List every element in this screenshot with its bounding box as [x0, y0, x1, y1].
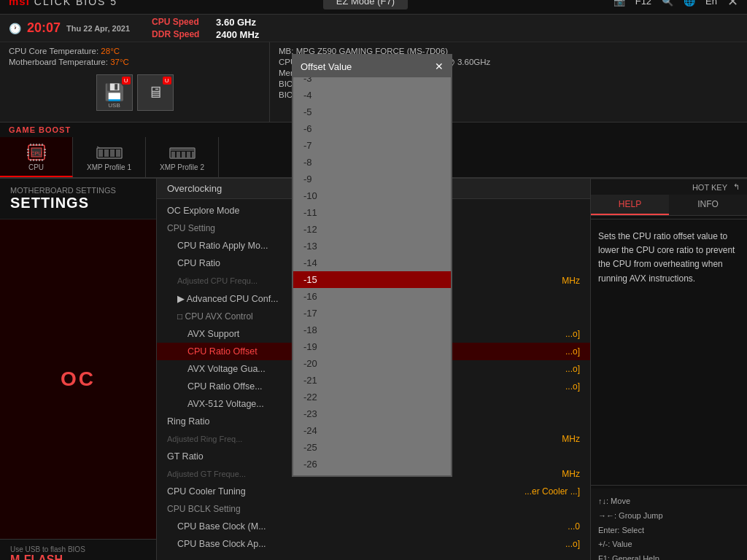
modal-item[interactable]: -21 — [293, 372, 451, 389]
ddr-speed-label: DDR Speed — [152, 29, 210, 39]
key-value: +/-: Value — [598, 537, 740, 552]
usb-flash-label: Use USB to flash BIOS — [10, 545, 146, 553]
usb-icon: 💾 — [104, 83, 124, 102]
oc-item-value: ...o] — [565, 381, 580, 392]
modal-close-button[interactable]: ✕ — [435, 61, 444, 72]
modal-item[interactable]: -4 — [293, 87, 451, 104]
lang-label[interactable]: En — [705, 0, 717, 7]
offset-value-modal: Offset Value ✕ Auto0-1-2-3-4-5-6-7-8-9-1… — [292, 54, 452, 477]
oc-item[interactable]: CPU Base Clock Ap......o] — [157, 535, 590, 553]
modal-item[interactable]: -10 — [293, 187, 451, 204]
oc-item[interactable]: CPU Base Clock (M......0 — [157, 518, 590, 535]
xmp2-boost-icon — [168, 141, 197, 163]
modal-item[interactable]: -24 — [293, 422, 451, 439]
oc-item-label: AVX-512 Voltage... — [187, 399, 264, 409]
modal-item[interactable]: -16 — [293, 288, 451, 305]
usb-label: USB — [108, 102, 120, 109]
tab-help[interactable]: HELP — [591, 195, 669, 215]
search-icon[interactable]: 🔍 — [662, 0, 673, 7]
modal-item[interactable]: -12 — [293, 221, 451, 238]
svg-rect-28 — [177, 152, 180, 158]
key-legend-divider — [591, 485, 747, 486]
ddr-speed-row: DDR Speed 2400 MHz — [152, 29, 259, 40]
oc-item-label: Adjusted CPU Frequ... — [177, 276, 258, 285]
modal-item[interactable]: -9 — [293, 171, 451, 187]
modal-item[interactable]: -13 — [293, 238, 451, 254]
modal-item[interactable]: -19 — [293, 338, 451, 355]
usb-badge: U — [122, 77, 131, 85]
lang-icon[interactable]: 🌐 — [684, 0, 695, 7]
screenshot-icon[interactable]: 📷 — [614, 0, 625, 7]
sys-info-left: CPU Core Temperature: 28°C Motherboard T… — [0, 42, 270, 122]
oc-item-label: CPU Cooler Tuning — [167, 486, 246, 497]
modal-item[interactable]: -14 — [293, 254, 451, 271]
modal-item[interactable]: -3 — [293, 77, 451, 87]
usb-flash[interactable]: Use USB to flash BIOS M-FLASH — [0, 539, 156, 560]
close-icon[interactable]: ✕ — [727, 0, 738, 9]
oc-item-value: ...0 — [568, 521, 580, 532]
clock-widget: 🕐 20:07 Thu 22 Apr, 2021 — [9, 20, 130, 36]
mb-temp-value: 37°C — [110, 58, 129, 66]
modal-item[interactable]: -26 — [293, 456, 451, 472]
oc-item-value: ...o] — [565, 346, 580, 357]
modal-header: Offset Value ✕ — [293, 55, 451, 77]
oc-item-label: Adjusted Ring Freq... — [167, 435, 242, 443]
oc-item-label: CPU Ratio — [177, 258, 220, 268]
oc-item-label: CPU Ratio Offse... — [187, 381, 263, 392]
svg-rect-27 — [171, 152, 175, 158]
svg-rect-22 — [110, 149, 115, 157]
game-boost-xmp1[interactable]: XMP Profile 1 — [73, 137, 146, 177]
modal-body[interactable]: Auto0-1-2-3-4-5-6-7-8-9-10-11-12-13-14-1… — [293, 77, 451, 475]
svg-rect-30 — [187, 152, 190, 158]
svg-rect-21 — [104, 149, 109, 157]
modal-item[interactable]: -15 — [293, 271, 451, 288]
modal-item[interactable]: -23 — [293, 405, 451, 422]
sidebar-section-title: SETTINGS — [10, 195, 146, 211]
ez-mode-button[interactable]: EZ Mode (F7) — [323, 0, 408, 9]
speed-info: CPU Speed 3.60 GHz DDR Speed 2400 MHz — [152, 17, 259, 40]
modal-item[interactable]: -5 — [293, 104, 451, 120]
top-bar-right: 📷 F12 🔍 🌐 En ✕ — [614, 0, 738, 9]
modal-item[interactable]: -17 — [293, 305, 451, 322]
oc-item-label: CPU Ratio Apply Mo... — [177, 241, 268, 251]
oc-item-label: ▶ Advanced CPU Conf... — [177, 293, 279, 304]
game-boost-cpu[interactable]: CPU — [0, 137, 73, 177]
device-icon: 🖥 — [147, 83, 163, 102]
modal-item[interactable]: -7 — [293, 137, 451, 154]
ddr-speed-value: 2400 MHz — [216, 29, 259, 40]
modal-item[interactable]: -20 — [293, 355, 451, 372]
game-boost-xmp2[interactable]: XMP Profile 2 — [146, 137, 219, 177]
top-bar-left: msi CLICK BIOS 5 — [9, 0, 117, 7]
svg-text:CPU: CPU — [31, 151, 42, 156]
modal-item[interactable]: -22 — [293, 389, 451, 405]
modal-item[interactable]: -8 — [293, 154, 451, 171]
svg-rect-23 — [116, 149, 120, 157]
hot-key-bar: HOT KEY ↰ — [591, 179, 747, 195]
device-badge: U — [163, 77, 171, 85]
usb-icon-box: 💾 U USB — [96, 74, 133, 111]
f12-label[interactable]: F12 — [635, 0, 651, 7]
sidebar-section-label: Motherboard settings — [10, 186, 146, 195]
oc-item-label: Ring Ratio — [167, 416, 209, 427]
right-panel: HOT KEY ↰ HELP INFO Sets the CPU ratio o… — [590, 179, 747, 560]
xmp1-label: XMP Profile 1 — [87, 163, 131, 171]
bios-title: CLICK BIOS 5 — [34, 0, 117, 7]
oc-item-label: CPU Ratio Offset — [187, 346, 258, 357]
oc-item-value: ...o] — [565, 539, 580, 549]
oc-item[interactable]: CPU BCLK Setting — [157, 500, 590, 518]
oc-item[interactable]: CPU Cooler Tuning...er Cooler ...] — [157, 483, 590, 500]
sidebar-settings-section: Motherboard settings SETTINGS — [0, 179, 156, 219]
clock-time: 20:07 — [27, 20, 61, 36]
modal-item[interactable]: -18 — [293, 322, 451, 338]
msi-logo: msi — [9, 0, 30, 7]
oc-box[interactable]: OC — [0, 219, 156, 539]
top-bar: msi CLICK BIOS 5 EZ Mode (F7) 📷 F12 🔍 🌐 … — [0, 0, 747, 15]
device-icon-box: 🖥 U — [137, 74, 174, 111]
modal-item[interactable]: -25 — [293, 439, 451, 456]
oc-item-value: MHz — [562, 276, 580, 286]
tab-info[interactable]: INFO — [669, 195, 747, 215]
modal-item[interactable]: -11 — [293, 204, 451, 221]
modal-item[interactable]: -6 — [293, 120, 451, 137]
svg-rect-26 — [171, 149, 194, 151]
oc-item-value: ...er Cooler ...] — [525, 486, 580, 497]
